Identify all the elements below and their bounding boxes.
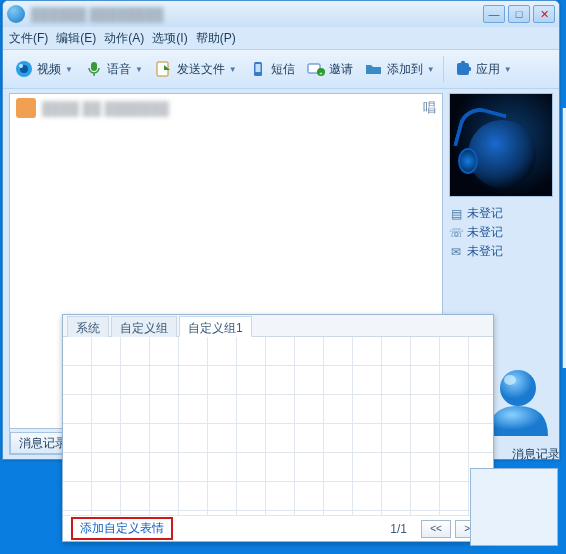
contact-name: ████ ██ ███████ xyxy=(42,101,169,116)
info-row-mail[interactable]: ✉ 未登记 xyxy=(449,243,553,260)
addto-label: 添加到 xyxy=(387,61,423,78)
maximize-button[interactable]: □ xyxy=(508,5,530,23)
voice-label: 语音 xyxy=(107,61,131,78)
svg-point-2 xyxy=(19,64,23,68)
invite-button[interactable]: + 邀请 xyxy=(301,55,357,83)
phone-small-icon: ☏ xyxy=(449,226,463,240)
message-record-link-right[interactable]: 消息记录 xyxy=(512,446,560,463)
video-button[interactable]: 视频 ▼ xyxy=(9,55,77,83)
background-window-sliver xyxy=(562,108,566,368)
folder-icon xyxy=(363,58,385,80)
chevron-down-icon: ▼ xyxy=(65,65,73,74)
minimize-button[interactable]: — xyxy=(483,5,505,23)
menu-file[interactable]: 文件(F) xyxy=(9,30,48,47)
chevron-down-icon: ▼ xyxy=(504,65,512,74)
menu-action[interactable]: 动作(A) xyxy=(104,30,144,47)
sendfile-icon xyxy=(153,58,175,80)
menu-edit[interactable]: 编辑(E) xyxy=(56,30,96,47)
window-controls: — □ ✕ xyxy=(483,5,555,23)
voice-button[interactable]: 语音 ▼ xyxy=(79,55,147,83)
info-row-notes[interactable]: ▤ 未登记 xyxy=(449,205,553,222)
emoji-tabs: 系统 自定义组 自定义组1 xyxy=(63,315,493,337)
toolbar-separator xyxy=(443,56,444,82)
message-record-label: 消息记录 xyxy=(19,435,67,452)
sendfile-button[interactable]: 发送文件 ▼ xyxy=(149,55,241,83)
invite-label: 邀请 xyxy=(329,61,353,78)
phone-icon xyxy=(247,58,269,80)
info-row-phone[interactable]: ☏ 未登记 xyxy=(449,224,553,241)
microphone-icon xyxy=(83,58,105,80)
emoji-footer: 添加自定义表情 1/1 << >> xyxy=(63,515,493,541)
titlebar: ██████ ████████ — □ ✕ xyxy=(3,1,559,27)
svg-point-12 xyxy=(460,61,464,65)
emoji-tab-customgroup1[interactable]: 自定义组1 xyxy=(179,316,252,337)
svg-rect-3 xyxy=(91,62,97,71)
mail-icon: ✉ xyxy=(449,245,463,259)
add-custom-emoji-highlight: 添加自定义表情 xyxy=(71,517,173,540)
window-title: ██████ ████████ xyxy=(31,7,483,22)
addto-button[interactable]: 添加到 ▼ xyxy=(359,55,439,83)
emoji-prev-button[interactable]: << xyxy=(421,520,451,538)
speak-icon[interactable]: 唱 xyxy=(423,99,436,117)
emoji-tab-customgroup[interactable]: 自定义组 xyxy=(111,316,177,337)
invite-icon: + xyxy=(305,58,327,80)
app-icon xyxy=(7,5,25,23)
video-icon xyxy=(13,58,35,80)
contact-avatar-icon xyxy=(16,98,36,118)
buddy-avatar[interactable] xyxy=(449,93,553,197)
menu-option[interactable]: 选项(I) xyxy=(152,30,187,47)
sms-label: 短信 xyxy=(271,61,295,78)
chat-header: ████ ██ ███████ 唱 xyxy=(10,94,442,122)
background-window-sliver-2 xyxy=(470,468,558,546)
info-l2: 未登记 xyxy=(467,224,503,241)
app-label: 应用 xyxy=(476,61,500,78)
emoji-grid[interactable] xyxy=(63,337,493,515)
sendfile-label: 发送文件 xyxy=(177,61,225,78)
note-icon: ▤ xyxy=(449,207,463,221)
emoji-page-info: 1/1 xyxy=(390,522,407,536)
info-l1: 未登记 xyxy=(467,205,503,222)
chevron-down-icon: ▼ xyxy=(427,65,435,74)
puzzle-icon xyxy=(452,58,474,80)
emoji-popup: 系统 自定义组 自定义组1 添加自定义表情 1/1 << >> xyxy=(62,314,494,542)
buddy-info-list: ▤ 未登记 ☏ 未登记 ✉ 未登记 xyxy=(449,203,553,260)
svg-rect-7 xyxy=(255,64,260,72)
close-button[interactable]: ✕ xyxy=(533,5,555,23)
chevron-down-icon: ▼ xyxy=(229,65,237,74)
app-button[interactable]: 应用 ▼ xyxy=(448,55,516,83)
add-custom-emoji-link[interactable]: 添加自定义表情 xyxy=(76,519,168,537)
info-l3: 未登记 xyxy=(467,243,503,260)
svg-text:+: + xyxy=(319,70,323,76)
svg-point-21 xyxy=(500,370,536,406)
video-label: 视频 xyxy=(37,61,61,78)
menu-help[interactable]: 帮助(P) xyxy=(196,30,236,47)
chevron-down-icon: ▼ xyxy=(135,65,143,74)
toolbar: 视频 ▼ 语音 ▼ 发送文件 ▼ 短信 + 邀请 xyxy=(3,49,559,89)
svg-point-13 xyxy=(466,67,470,71)
svg-point-22 xyxy=(504,375,516,385)
emoji-tab-system[interactable]: 系统 xyxy=(67,316,109,337)
menubar: 文件(F) 编辑(E) 动作(A) 选项(I) 帮助(P) xyxy=(3,27,559,49)
sms-button[interactable]: 短信 xyxy=(243,55,299,83)
